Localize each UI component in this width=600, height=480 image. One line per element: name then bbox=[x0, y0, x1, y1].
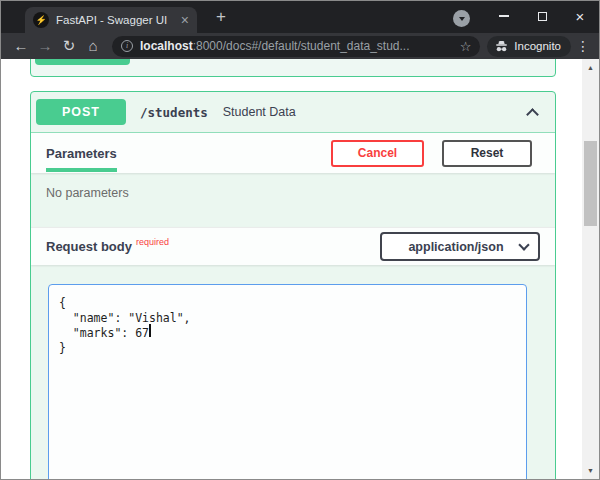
tab-search-button[interactable] bbox=[453, 10, 470, 27]
opblock-summary[interactable]: POST /students Student Data bbox=[31, 92, 555, 133]
media-type-value: application/json bbox=[392, 240, 520, 254]
incognito-spy-icon bbox=[494, 39, 509, 54]
fastapi-favicon-icon: ⚡ bbox=[33, 12, 49, 28]
json-body-textarea[interactable]: { "name": "Vishal", "marks": 67 } bbox=[48, 284, 527, 479]
minimize-button[interactable] bbox=[485, 1, 523, 31]
swagger-page: POST /students Student Data Parameters C… bbox=[1, 59, 599, 479]
chevron-down-icon bbox=[518, 239, 529, 250]
scroll-down-icon[interactable]: ▼ bbox=[582, 462, 599, 479]
url-host: localhost bbox=[140, 39, 193, 53]
incognito-label: Incognito bbox=[514, 40, 561, 52]
previous-method-badge bbox=[35, 59, 130, 65]
scrollbar-thumb[interactable] bbox=[584, 141, 597, 226]
browser-tab[interactable]: ⚡ FastAPI - Swagger UI × bbox=[25, 7, 197, 33]
tab-parameters[interactable]: Parameters bbox=[46, 135, 117, 172]
endpoint-path: /students bbox=[140, 105, 208, 120]
cancel-button[interactable]: Cancel bbox=[331, 140, 424, 167]
new-tab-button[interactable]: + bbox=[209, 5, 233, 29]
url-path: :8000/docs#/default/student_data_stud... bbox=[193, 39, 410, 53]
previous-endpoint-partial[interactable] bbox=[30, 59, 556, 77]
maximize-icon bbox=[538, 12, 547, 21]
page-scrollbar[interactable]: ▲ ▼ bbox=[582, 59, 599, 479]
request-body-header: Request body required application/json bbox=[31, 227, 555, 265]
browser-menu-icon[interactable]: ⋮ bbox=[575, 38, 591, 54]
scroll-up-icon[interactable]: ▲ bbox=[582, 59, 599, 76]
browser-toolbar: ← → ↻ ⌂ i localhost:8000/docs#/default/s… bbox=[1, 33, 599, 59]
incognito-badge: Incognito bbox=[487, 36, 571, 57]
reset-button[interactable]: Reset bbox=[442, 140, 532, 167]
request-body-editor: { "name": "Vishal", "marks": 67 } bbox=[31, 265, 555, 479]
reload-icon[interactable]: ↻ bbox=[57, 34, 81, 58]
window-close-button[interactable]: × bbox=[561, 1, 599, 31]
media-type-select[interactable]: application/json bbox=[380, 232, 540, 261]
bookmark-star-icon[interactable]: ☆ bbox=[460, 39, 472, 54]
address-bar[interactable]: i localhost:8000/docs#/default/student_d… bbox=[112, 36, 480, 57]
window-controls: × bbox=[485, 1, 599, 31]
collapse-chevron-icon[interactable] bbox=[526, 108, 539, 121]
forward-icon[interactable]: → bbox=[33, 34, 57, 58]
text-cursor bbox=[149, 324, 151, 337]
endpoint-summary: Student Data bbox=[223, 105, 296, 119]
site-info-icon[interactable]: i bbox=[121, 40, 133, 52]
required-label: required bbox=[136, 237, 169, 247]
request-body-label: Request body bbox=[46, 239, 132, 254]
browser-window: ⚡ FastAPI - Swagger UI × + × ← → ↻ ⌂ i l… bbox=[0, 0, 600, 480]
no-parameters-text: No parameters bbox=[31, 173, 555, 227]
tab-close-icon[interactable]: × bbox=[181, 13, 189, 27]
parameters-header: Parameters Cancel Reset bbox=[31, 133, 555, 173]
maximize-button[interactable] bbox=[523, 1, 561, 31]
json-body-text: { "name": "Vishal", "marks": 67 } bbox=[59, 296, 516, 356]
tab-title: FastAPI - Swagger UI bbox=[56, 14, 175, 26]
post-method-badge: POST bbox=[36, 99, 126, 125]
chevron-down-icon bbox=[459, 17, 465, 21]
back-icon[interactable]: ← bbox=[9, 34, 33, 58]
post-students-opblock: POST /students Student Data Parameters C… bbox=[30, 91, 556, 479]
tab-strip: ⚡ FastAPI - Swagger UI × + × bbox=[1, 1, 599, 33]
minimize-icon bbox=[499, 15, 509, 17]
home-icon[interactable]: ⌂ bbox=[81, 34, 105, 58]
url-text: localhost:8000/docs#/default/student_dat… bbox=[140, 39, 454, 53]
